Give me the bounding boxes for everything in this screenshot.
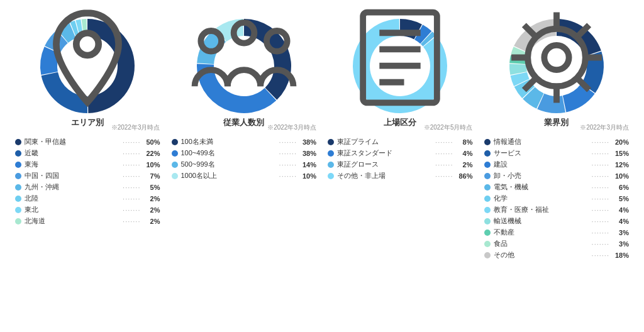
legend-dot bbox=[328, 150, 334, 157]
legend-name: 500~999名 bbox=[181, 160, 277, 169]
legend-item: 東証プライム·······8% bbox=[328, 137, 473, 147]
legend-percent: 6% bbox=[611, 184, 629, 191]
legend-dot bbox=[484, 162, 491, 168]
legend-dot bbox=[484, 173, 491, 179]
legend-dots: ······· bbox=[123, 150, 140, 157]
legend-name: 東北 bbox=[25, 205, 121, 214]
industry-legend: 情報通信·······20%サービス·······15%建設·······12%… bbox=[482, 137, 632, 262]
legend-dot bbox=[484, 241, 491, 247]
legend-item: 化学·······5% bbox=[484, 194, 630, 203]
legend-dots: ······· bbox=[123, 218, 140, 225]
legend-dots: ······· bbox=[123, 195, 140, 202]
legend-name: 建設 bbox=[494, 160, 590, 169]
area-legend: 関東・甲信越·······50%近畿·······22%東海·······10%… bbox=[13, 137, 163, 228]
legend-dots: ······· bbox=[592, 240, 609, 248]
legend-name: 東証スタンダード bbox=[337, 148, 433, 158]
legend-dot bbox=[328, 162, 334, 168]
legend-dot bbox=[484, 150, 491, 157]
legend-dot bbox=[15, 173, 21, 179]
legend-dots: ······· bbox=[592, 138, 609, 146]
legend-dot bbox=[172, 139, 178, 145]
industry-note: ※2022年3月時点 bbox=[580, 123, 631, 132]
legend-item: 1000名以上·······10% bbox=[172, 171, 317, 180]
legend-percent: 20% bbox=[611, 138, 629, 146]
legend-percent: 12% bbox=[611, 161, 629, 169]
legend-item: 九州・沖縄·······5% bbox=[15, 182, 160, 192]
legend-item: 電気・機械·······6% bbox=[484, 182, 630, 192]
legend-item: 食品·······3% bbox=[484, 239, 630, 248]
legend-dot bbox=[172, 150, 178, 157]
legend-item: 東海·······10% bbox=[15, 160, 160, 169]
legend-percent: 86% bbox=[455, 172, 473, 180]
donut-area: エリア別 bbox=[34, 13, 141, 119]
legend-item: 卸・小売·······10% bbox=[484, 171, 630, 180]
legend-item: 建設·······12% bbox=[484, 160, 630, 169]
legend-name: 東証グロース bbox=[337, 160, 433, 169]
donut-listing: 上場区分 bbox=[347, 13, 453, 119]
legend-dots: ······· bbox=[435, 161, 453, 169]
legend-dots: ······· bbox=[592, 206, 609, 214]
legend-percent: 3% bbox=[611, 240, 629, 248]
legend-dot bbox=[15, 207, 21, 213]
legend-item: 中国・四国·······7% bbox=[15, 171, 160, 180]
legend-dots: ······· bbox=[279, 150, 297, 157]
legend-dots: ······· bbox=[279, 138, 297, 146]
listing-legend: 東証プライム·······8%東証スタンダード·······4%東証グロース··… bbox=[325, 137, 475, 182]
legend-dot bbox=[484, 139, 491, 145]
legend-name: 輸送機械 bbox=[494, 216, 590, 226]
legend-dot bbox=[15, 150, 21, 157]
legend-percent: 5% bbox=[611, 195, 629, 202]
legend-percent: 4% bbox=[455, 150, 473, 157]
legend-dots: ······· bbox=[123, 184, 140, 191]
legend-dots: ······· bbox=[123, 172, 140, 180]
legend-dots: ······· bbox=[592, 218, 609, 225]
listing-note: ※2022年5月時点 bbox=[424, 123, 475, 132]
legend-dots: ······· bbox=[592, 229, 609, 236]
legend-name: サービス bbox=[494, 148, 590, 158]
legend-item: 東証スタンダード·······4% bbox=[328, 148, 473, 158]
legend-dot bbox=[328, 139, 334, 145]
legend-dot bbox=[328, 173, 334, 179]
legend-percent: 4% bbox=[611, 218, 629, 225]
legend-dot bbox=[484, 230, 491, 236]
legend-dots: ······· bbox=[592, 150, 609, 157]
legend-dot bbox=[484, 196, 491, 202]
legend-dot bbox=[484, 252, 491, 258]
legend-name: 卸・小売 bbox=[494, 171, 590, 180]
legend-name: 食品 bbox=[494, 239, 590, 248]
legend-item: 100~499名·······38% bbox=[172, 148, 317, 158]
legend-item: その他・非上場·······86% bbox=[328, 171, 473, 180]
legend-name: 教育・医療・福祉 bbox=[494, 205, 590, 214]
chart-section-employees: 従業人数別※2022年3月時点100名未満·······38%100~499名·… bbox=[169, 13, 319, 182]
legend-dot bbox=[15, 218, 21, 224]
legend-item: 東北·······2% bbox=[15, 205, 160, 214]
legend-percent: 2% bbox=[143, 206, 160, 214]
legend-dot bbox=[484, 207, 491, 213]
legend-percent: 5% bbox=[143, 184, 160, 191]
legend-item: 東証グロース·······2% bbox=[328, 160, 473, 169]
employees-legend: 100名未満·······38%100~499名·······38%500~99… bbox=[169, 137, 319, 182]
legend-percent: 2% bbox=[455, 161, 473, 169]
legend-percent: 7% bbox=[143, 172, 160, 180]
legend-name: 情報通信 bbox=[494, 137, 590, 147]
legend-item: 北陸·······2% bbox=[15, 194, 160, 203]
legend-name: 中国・四国 bbox=[25, 171, 121, 180]
legend-dots: ······· bbox=[435, 150, 453, 157]
legend-item: 教育・医療・福祉·······4% bbox=[484, 205, 630, 214]
area-note: ※2022年3月時点 bbox=[111, 123, 163, 132]
legend-item: 100名未満·······38% bbox=[172, 137, 317, 147]
donut-employees: 従業人数別 bbox=[191, 13, 297, 119]
legend-percent: 38% bbox=[299, 150, 316, 157]
legend-percent: 2% bbox=[143, 218, 160, 225]
legend-item: 情報通信·······20% bbox=[484, 137, 630, 147]
legend-item: その他·······18% bbox=[484, 250, 630, 260]
legend-dot bbox=[15, 196, 21, 202]
legend-item: 輸送機械·······4% bbox=[484, 216, 630, 226]
chart-section-listing: 上場区分※2022年5月時点東証プライム·······8%東証スタンダード···… bbox=[325, 13, 475, 182]
legend-dot bbox=[172, 162, 178, 168]
legend-dot bbox=[15, 139, 21, 145]
legend-name: 電気・機械 bbox=[494, 182, 590, 192]
legend-percent: 22% bbox=[143, 150, 160, 157]
legend-dot bbox=[15, 184, 21, 191]
legend-dot bbox=[15, 162, 21, 168]
